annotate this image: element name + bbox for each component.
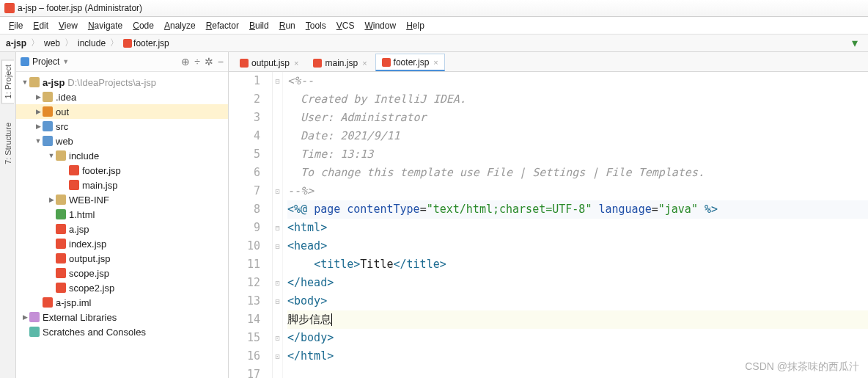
tree-item-web[interactable]: ▼web [16,134,228,148]
tree-item-out[interactable]: ▶out [16,104,228,119]
code-line-14[interactable]: 脚步信息 [287,310,868,329]
menu-window[interactable]: Window [360,19,400,32]
jsp-icon [313,59,322,68]
project-tool-2[interactable]: ✲ [205,56,213,68]
main-menu[interactable]: FileEditViewNavigateCodeAnalyzeRefactorB… [0,17,868,34]
project-tree[interactable]: ▼a-jsp D:\IdeaProjects\a-jsp▶.idea▶out▶s… [16,72,228,378]
project-tool-0[interactable]: ⊕ [181,56,190,68]
code-line-9[interactable]: <html> [287,219,868,237]
menu-view[interactable]: View [54,19,82,32]
code-line-5[interactable]: Time: 13:13 [287,145,868,164]
code-editor[interactable]: 1234567891011121314151617 ⊟⊡⊟⊟⊡⊟⊡⊡ <%-- … [229,72,868,378]
editor-area: output.jsp×main.jsp×footer.jsp× 12345678… [229,52,868,378]
code-line-6[interactable]: To change this template use File | Setti… [287,164,868,182]
dir-b-icon [43,121,53,131]
code-lines[interactable]: <%-- Created by IntelliJ IDEA. User: Adm… [283,72,868,378]
line-number-gutter: 1234567891011121314151617 [229,72,273,378]
project-tool-window: Project ▼ ⊕÷✲− ▼a-jsp D:\IdeaProjects\a-… [16,52,229,378]
code-line-4[interactable]: Date: 2021/9/11 [287,127,868,145]
editor-tab-main-jsp[interactable]: main.jsp× [306,54,373,71]
close-icon[interactable]: × [433,58,438,67]
fold-gutter[interactable]: ⊟⊡⊟⊟⊡⊟⊡⊡ [273,72,283,378]
code-line-15[interactable]: </body> [287,329,868,347]
dir-o-icon [43,106,53,117]
tree-item-src[interactable]: ▶src [16,119,228,134]
tool-tab----structure[interactable]: 7: Structure [2,118,14,169]
lib-icon [29,312,40,322]
dir-icon [56,195,66,205]
project-dropdown-icon[interactable] [21,57,29,66]
close-icon[interactable]: × [294,59,298,68]
tree-item-footer-jsp[interactable]: footer.jsp [16,163,228,178]
code-line-1[interactable]: <%-- [287,72,868,90]
jsp-icon [56,268,66,278]
menu-file[interactable]: File [4,19,27,32]
tree-item--idea[interactable]: ▶.idea [16,90,228,104]
tree-item-a-jsp[interactable]: ▼a-jsp D:\IdeaProjects\a-jsp [16,75,228,90]
window-titlebar: a-jsp – footer.jsp (Administrator) [0,0,868,17]
scratch-icon [29,327,40,337]
code-line-10[interactable]: <head> [287,237,868,255]
tool-tab----project[interactable]: 1: Project [1,59,14,103]
build-run-icon[interactable]: ▾ [847,36,862,50]
editor-tabs[interactable]: output.jsp×main.jsp×footer.jsp× [229,52,868,72]
code-line-2[interactable]: Created by IntelliJ IDEA. [287,90,868,109]
tree-item-1-html[interactable]: 1.html [16,207,228,222]
jsp-icon [382,58,391,67]
jsp-icon [43,297,53,308]
menu-edit[interactable]: Edit [29,19,53,32]
dir-icon [43,92,53,102]
html-icon [56,209,66,219]
project-dropdown-arrow[interactable]: ▼ [62,58,69,65]
navigation-bar: a-jsp〉web〉include〉footer.jsp ▾ [0,34,868,52]
tree-item-output-jsp[interactable]: output.jsp [16,251,228,266]
breadcrumb-include[interactable]: include [78,38,106,48]
menu-refactor[interactable]: Refactor [202,19,243,32]
menu-tools[interactable]: Tools [301,19,331,32]
breadcrumb-web[interactable]: web [44,38,60,48]
code-line-13[interactable]: <body> [287,292,868,310]
jsp-icon [56,239,66,249]
project-tool-3[interactable]: − [218,56,224,68]
tree-item-include[interactable]: ▼include [16,148,228,163]
code-line-3[interactable]: User: Administrator [287,109,868,127]
tree-item-web-inf[interactable]: ▶WEB-INF [16,192,228,207]
dir-icon [29,77,40,87]
code-line-16[interactable]: </html> [287,347,868,366]
close-icon[interactable]: × [362,59,367,68]
menu-code[interactable]: Code [128,19,158,32]
tree-item-main-jsp[interactable]: main.jsp [16,178,228,192]
tree-item-external-libraries[interactable]: ▶External Libraries [16,310,228,324]
code-line-17[interactable] [287,366,868,378]
jsp-icon [56,253,66,263]
menu-help[interactable]: Help [402,19,429,32]
editor-tab-footer-jsp[interactable]: footer.jsp× [375,54,445,71]
left-tool-rail: 1: Project7: Structure [0,52,16,378]
menu-navigate[interactable]: Navigate [84,19,127,32]
project-title[interactable]: Project [32,57,59,67]
editor-tab-output-jsp[interactable]: output.jsp× [233,54,305,71]
jsp-icon [69,180,79,190]
menu-run[interactable]: Run [275,19,300,32]
project-tool-1[interactable]: ÷ [194,56,200,68]
tree-item-scratches-and-consoles[interactable]: Scratches and Consoles [16,324,228,339]
code-line-12[interactable]: </head> [287,274,868,292]
tree-item-scope2-jsp[interactable]: scope2.jsp [16,280,228,295]
code-line-11[interactable]: <title>Title</title> [287,255,868,274]
code-line-8[interactable]: <%@ page contentType="text/html;charset=… [287,200,868,219]
project-header: Project ▼ ⊕÷✲− [16,52,228,72]
menu-analyze[interactable]: Analyze [160,19,200,32]
code-line-7[interactable]: --%> [287,182,868,200]
menu-vcs[interactable]: VCS [332,19,359,32]
jsp-icon [240,59,249,68]
breadcrumb-a-jsp[interactable]: a-jsp [6,38,26,48]
window-title: a-jsp – footer.jsp (Administrator) [18,3,142,13]
jsp-icon [56,283,66,293]
tree-item-a-jsp-iml[interactable]: a-jsp.iml [16,295,228,310]
menu-build[interactable]: Build [245,19,273,32]
tree-item-scope-jsp[interactable]: scope.jsp [16,266,228,280]
tree-item-index-jsp[interactable]: index.jsp [16,236,228,251]
breadcrumb-footer-jsp[interactable]: footer.jsp [123,38,169,48]
dir-b-icon [43,136,53,146]
tree-item-a-jsp[interactable]: a.jsp [16,222,228,236]
